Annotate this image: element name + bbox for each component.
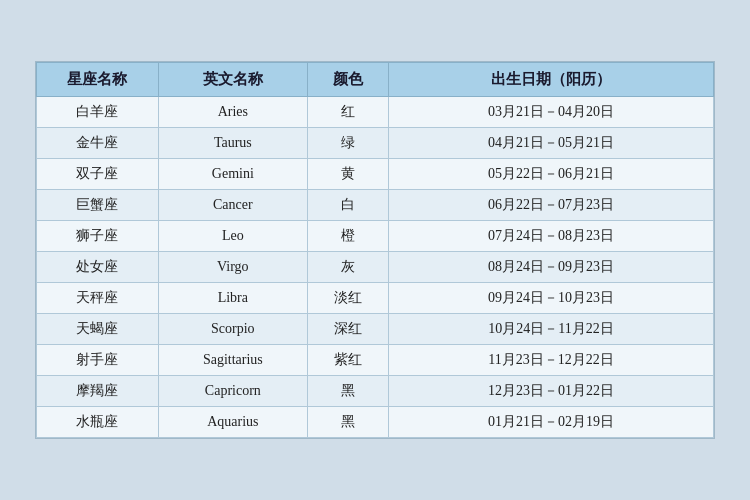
cell-color: 红 <box>307 97 388 128</box>
zodiac-table: 星座名称 英文名称 颜色 出生日期（阳历） 白羊座Aries红03月21日－04… <box>36 62 714 438</box>
cell-date: 06月22日－07月23日 <box>389 190 714 221</box>
cell-chinese: 狮子座 <box>37 221 159 252</box>
table-body: 白羊座Aries红03月21日－04月20日金牛座Taurus绿04月21日－0… <box>37 97 714 438</box>
cell-english: Aquarius <box>158 407 307 438</box>
header-date: 出生日期（阳历） <box>389 63 714 97</box>
header-chinese: 星座名称 <box>37 63 159 97</box>
cell-chinese: 处女座 <box>37 252 159 283</box>
cell-color: 橙 <box>307 221 388 252</box>
cell-date: 04月21日－05月21日 <box>389 128 714 159</box>
cell-color: 黑 <box>307 376 388 407</box>
table-row: 白羊座Aries红03月21日－04月20日 <box>37 97 714 128</box>
cell-chinese: 摩羯座 <box>37 376 159 407</box>
cell-english: Sagittarius <box>158 345 307 376</box>
cell-date: 07月24日－08月23日 <box>389 221 714 252</box>
cell-english: Taurus <box>158 128 307 159</box>
cell-chinese: 金牛座 <box>37 128 159 159</box>
cell-color: 白 <box>307 190 388 221</box>
cell-date: 12月23日－01月22日 <box>389 376 714 407</box>
table-header-row: 星座名称 英文名称 颜色 出生日期（阳历） <box>37 63 714 97</box>
cell-date: 09月24日－10月23日 <box>389 283 714 314</box>
table-row: 处女座Virgo灰08月24日－09月23日 <box>37 252 714 283</box>
cell-date: 05月22日－06月21日 <box>389 159 714 190</box>
cell-color: 深红 <box>307 314 388 345</box>
cell-color: 绿 <box>307 128 388 159</box>
cell-color: 黄 <box>307 159 388 190</box>
table-row: 水瓶座Aquarius黑01月21日－02月19日 <box>37 407 714 438</box>
cell-chinese: 巨蟹座 <box>37 190 159 221</box>
header-english: 英文名称 <box>158 63 307 97</box>
table-row: 摩羯座Capricorn黑12月23日－01月22日 <box>37 376 714 407</box>
cell-color: 紫红 <box>307 345 388 376</box>
cell-english: Leo <box>158 221 307 252</box>
cell-chinese: 白羊座 <box>37 97 159 128</box>
cell-color: 黑 <box>307 407 388 438</box>
cell-date: 01月21日－02月19日 <box>389 407 714 438</box>
cell-chinese: 水瓶座 <box>37 407 159 438</box>
cell-english: Cancer <box>158 190 307 221</box>
table-row: 射手座Sagittarius紫红11月23日－12月22日 <box>37 345 714 376</box>
cell-chinese: 天秤座 <box>37 283 159 314</box>
cell-english: Capricorn <box>158 376 307 407</box>
cell-chinese: 射手座 <box>37 345 159 376</box>
header-color: 颜色 <box>307 63 388 97</box>
table-row: 天秤座Libra淡红09月24日－10月23日 <box>37 283 714 314</box>
cell-date: 11月23日－12月22日 <box>389 345 714 376</box>
table-row: 狮子座Leo橙07月24日－08月23日 <box>37 221 714 252</box>
cell-english: Virgo <box>158 252 307 283</box>
cell-english: Aries <box>158 97 307 128</box>
zodiac-table-container: 星座名称 英文名称 颜色 出生日期（阳历） 白羊座Aries红03月21日－04… <box>35 61 715 439</box>
cell-date: 10月24日－11月22日 <box>389 314 714 345</box>
table-row: 双子座Gemini黄05月22日－06月21日 <box>37 159 714 190</box>
table-row: 金牛座Taurus绿04月21日－05月21日 <box>37 128 714 159</box>
cell-chinese: 天蝎座 <box>37 314 159 345</box>
cell-english: Scorpio <box>158 314 307 345</box>
table-row: 天蝎座Scorpio深红10月24日－11月22日 <box>37 314 714 345</box>
cell-chinese: 双子座 <box>37 159 159 190</box>
cell-english: Libra <box>158 283 307 314</box>
table-row: 巨蟹座Cancer白06月22日－07月23日 <box>37 190 714 221</box>
cell-date: 03月21日－04月20日 <box>389 97 714 128</box>
cell-color: 灰 <box>307 252 388 283</box>
cell-english: Gemini <box>158 159 307 190</box>
cell-color: 淡红 <box>307 283 388 314</box>
cell-date: 08月24日－09月23日 <box>389 252 714 283</box>
